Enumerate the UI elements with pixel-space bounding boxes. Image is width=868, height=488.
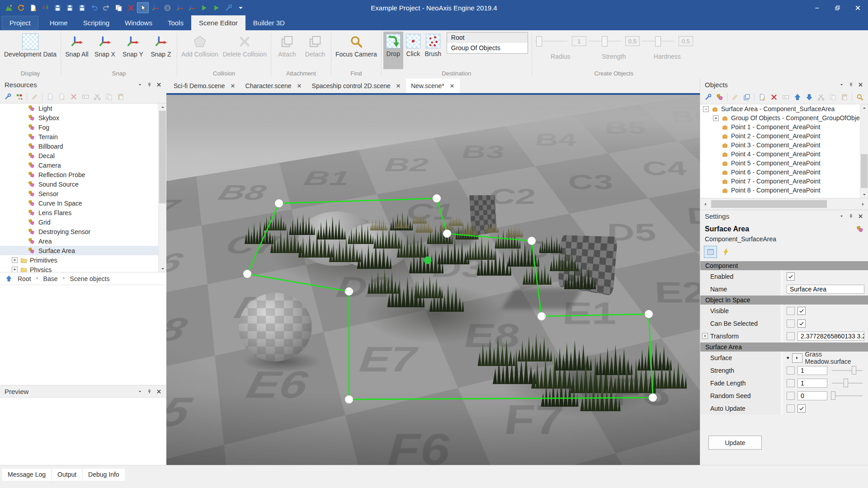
resources-settings-icon[interactable] — [2, 92, 13, 102]
resource-item-sensor[interactable]: Sensor — [0, 189, 166, 198]
resources-paste-icon[interactable] — [115, 92, 126, 102]
objects-menu-icon[interactable] — [837, 80, 846, 89]
objects-close-icon[interactable] — [856, 80, 865, 89]
expander-icon[interactable]: + — [12, 267, 18, 272]
object-item-point-5[interactable]: Point 5 - Component_AreaPoint — [700, 159, 868, 168]
objects-rename-icon[interactable] — [780, 92, 791, 103]
object-item-point-4[interactable]: Point 4 - Component_AreaPoint — [700, 150, 868, 159]
area-point-handle[interactable] — [345, 395, 353, 404]
expander-icon[interactable]: − — [703, 106, 709, 112]
expander-icon[interactable]: + — [702, 333, 708, 339]
default-value-box[interactable] — [787, 366, 795, 375]
strength-field[interactable]: 1 — [797, 366, 827, 375]
sync-icon[interactable] — [15, 2, 27, 13]
default-value-box[interactable] — [787, 379, 795, 387]
scrollbar-thumb[interactable] — [711, 200, 827, 208]
resources-delete-icon[interactable] — [68, 92, 79, 102]
toolbar-options-icon[interactable] — [235, 2, 246, 13]
hardness-slider[interactable] — [642, 41, 674, 42]
checkbox[interactable] — [797, 404, 806, 413]
default-value-box[interactable] — [787, 319, 795, 328]
resource-item-destroying-sensor[interactable]: Destroying Sensor — [0, 227, 166, 236]
scroll-down-icon[interactable] — [860, 191, 868, 198]
breadcrumb-item-scene-objects[interactable]: Scene objects — [70, 275, 110, 282]
paste-icon[interactable] — [113, 2, 124, 13]
menu-tab-scene-editor[interactable]: Scene Editor — [191, 15, 245, 30]
close-button[interactable] — [848, 0, 868, 15]
save-all-icon[interactable] — [76, 2, 88, 13]
resources-close-icon[interactable] — [154, 80, 164, 89]
default-value-box[interactable] — [787, 307, 795, 315]
objects-search-icon[interactable] — [854, 92, 865, 103]
resource-folder-primitives[interactable]: +Primitives — [0, 255, 166, 265]
preview-close-icon[interactable] — [154, 387, 164, 396]
strength-value[interactable]: 0.5 — [625, 36, 640, 46]
slider-thumb[interactable] — [831, 391, 835, 400]
menu-tab-builder-3d[interactable]: Builder 3D — [245, 15, 292, 30]
resources-menu-icon[interactable] — [135, 80, 145, 89]
redo-icon[interactable] — [100, 2, 112, 13]
restore-button[interactable] — [827, 0, 848, 15]
status-tab-debug-info[interactable]: Debug Info — [83, 469, 125, 481]
objects-scrollbar[interactable] — [860, 104, 868, 198]
objects-clone-window-icon[interactable] — [741, 92, 752, 103]
selected-area-point-handle[interactable] — [424, 257, 432, 264]
resource-item-fog[interactable]: Fog — [0, 122, 166, 132]
radius-value[interactable]: 1 — [572, 36, 586, 46]
resource-item-skybox[interactable]: Skybox — [0, 113, 166, 122]
preview-pin-icon[interactable] — [145, 387, 154, 396]
random-seed-slider[interactable] — [832, 395, 863, 396]
undo-icon[interactable] — [88, 2, 100, 13]
checkbox[interactable] — [787, 272, 795, 281]
add-collision-button[interactable]: Add Collision — [179, 32, 221, 69]
object-item-point-3[interactable]: Point 3 - Component_AreaPoint — [700, 141, 868, 150]
run-icon[interactable] — [210, 2, 222, 13]
select-tool-icon[interactable] — [137, 2, 149, 13]
resource-item-light[interactable]: Light — [0, 103, 166, 113]
object-item-point-1[interactable]: Point 1 - Component_AreaPoint — [700, 122, 868, 131]
app-logo-icon[interactable] — [3, 2, 14, 13]
delete-collision-button[interactable]: Delete Collision — [221, 32, 269, 69]
area-point-handle[interactable] — [243, 270, 251, 278]
resource-item-curve-in-space[interactable]: Curve In Space — [0, 198, 166, 208]
area-point-handle[interactable] — [528, 237, 536, 245]
area-point-handle[interactable] — [649, 394, 657, 402]
expander-icon[interactable]: + — [713, 115, 719, 121]
resources-display-options-icon[interactable] — [14, 92, 25, 102]
objects-cut-icon[interactable] — [815, 92, 826, 103]
settings-pin-icon[interactable] — [846, 211, 856, 221]
snap-z-button[interactable]: Snap Z — [147, 32, 175, 69]
area-point-handle[interactable] — [443, 230, 451, 238]
area-point-handle[interactable] — [275, 199, 283, 207]
object-item-group-of-objects[interactable]: +Group Of Objects - Component_GroupOfObj… — [700, 113, 868, 122]
status-tab-output[interactable]: Output — [52, 469, 82, 481]
object-item-point-6[interactable]: Point 6 - Component_AreaPoint — [700, 168, 868, 177]
resource-item-reflection-probe[interactable]: Reflection Probe — [0, 170, 166, 179]
scroll-left-icon[interactable] — [700, 201, 710, 208]
close-tab-icon[interactable] — [396, 83, 401, 89]
scroll-down-icon[interactable] — [159, 265, 166, 272]
save-icon[interactable] — [52, 2, 63, 13]
fade-length-slider[interactable] — [832, 383, 863, 384]
breadcrumb-item-root[interactable]: Root — [18, 275, 31, 282]
resources-pin-icon[interactable] — [145, 80, 154, 89]
fade-length-field[interactable]: 1 — [797, 379, 827, 388]
scrollbar-thumb[interactable] — [861, 154, 868, 188]
transform-tool-icon[interactable] — [174, 2, 185, 13]
resources-import-icon[interactable] — [44, 92, 56, 102]
destination-option-group-of-objects[interactable]: Group Of Objects — [447, 43, 528, 53]
play-icon[interactable] — [198, 2, 210, 13]
area-point-handle[interactable] — [645, 310, 653, 318]
resource-item-surface-area[interactable]: Surface Area — [0, 246, 166, 255]
objects-paste-icon[interactable] — [839, 92, 850, 103]
reference-menu-button[interactable] — [792, 353, 802, 363]
doc-tab-sci-fi-demo-scene[interactable]: Sci-fi Demo.scene — [169, 79, 241, 93]
area-point-handle[interactable] — [538, 312, 546, 320]
resources-copy-icon[interactable] — [103, 92, 114, 102]
scroll-up-icon[interactable] — [159, 103, 166, 110]
resource-item-camera[interactable]: Camera — [0, 160, 166, 170]
scale-tool-icon[interactable] — [186, 2, 198, 13]
strength-slider[interactable] — [588, 41, 621, 42]
resources-edit-icon[interactable] — [29, 92, 40, 102]
status-tab-message-log[interactable]: Message Log — [2, 469, 51, 481]
